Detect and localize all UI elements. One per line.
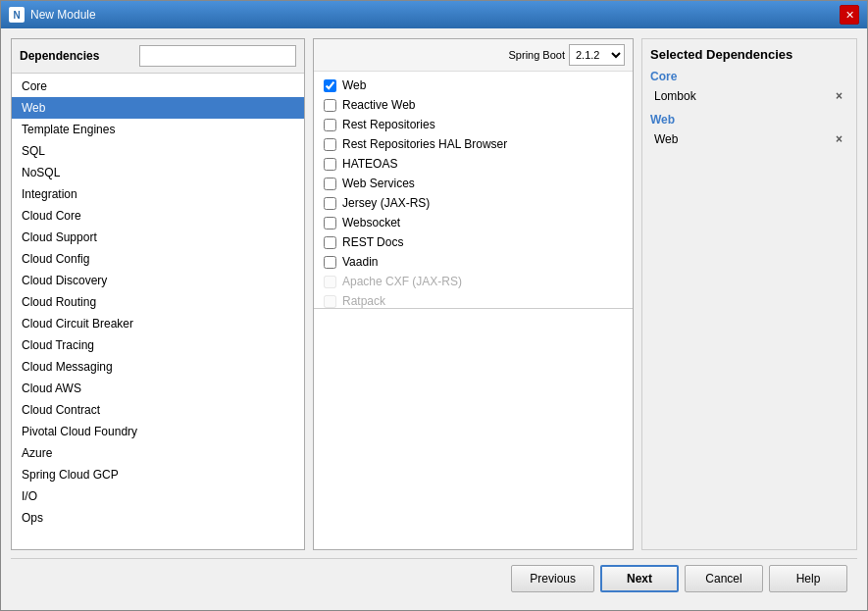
selected-dep-remove-button[interactable]: × [834,132,844,146]
dialog-icon: N [9,7,25,23]
option-label-vaadin: Vaadin [342,255,378,269]
option-label-jersey: Jersey (JAX-RS) [342,196,430,210]
middle-panel: Spring Boot 2.1.22.0.91.5.20 WebReactive… [313,38,634,550]
category-item-cloud-support[interactable]: Cloud Support [12,227,304,248]
option-label-rest-docs: REST Docs [342,235,403,249]
category-item-cloud-config[interactable]: Cloud Config [12,248,304,270]
spring-boot-row: Spring Boot 2.1.22.0.91.5.20 [314,39,633,72]
checkbox-apache-cxf [324,276,336,288]
selected-dep-remove-button[interactable]: × [834,89,844,103]
option-label-hateoas: HATEOAS [342,157,397,171]
checkbox-web[interactable] [324,79,336,92]
option-label-web-services: Web Services [342,177,415,190]
selected-group-label: Core [650,70,848,83]
selected-dep-label: Web [654,132,678,146]
next-button[interactable]: Next [600,565,679,592]
option-item-websocket[interactable]: Websocket [314,213,633,232]
option-item-web[interactable]: Web [314,76,633,95]
option-label-web: Web [342,78,366,92]
category-item-cloud-tracing[interactable]: Cloud Tracing [12,334,304,356]
cancel-button[interactable]: Cancel [685,565,763,592]
category-item-template-engines[interactable]: Template Engines [12,119,304,140]
title-bar-left: N New Module [9,7,96,23]
category-item-cloud-discovery[interactable]: Cloud Discovery [12,270,304,291]
option-item-rest-repositories[interactable]: Rest Repositories [314,115,633,134]
selected-dep-row: Lombok× [650,87,848,105]
option-label-apache-cxf: Apache CXF (JAX-RS) [342,275,462,288]
help-button[interactable]: Help [769,565,847,592]
checkbox-reactive-web[interactable] [324,99,336,112]
options-list: WebReactive WebRest RepositoriesRest Rep… [314,72,633,309]
option-label-ratpack: Ratpack [342,294,385,308]
category-item-nosql[interactable]: NoSQL [12,162,304,183]
checkbox-vaadin[interactable] [324,256,336,269]
option-item-web-services[interactable]: Web Services [314,174,633,193]
selected-group-web: WebWeb× [650,113,848,148]
category-item-cloud-aws[interactable]: Cloud AWS [12,378,304,399]
deps-label: Dependencies [20,49,99,63]
checkbox-websocket[interactable] [324,217,336,229]
new-module-dialog: N New Module ✕ Dependencies CoreWebTempl… [0,0,868,611]
checkbox-rest-repositories-hal[interactable] [324,138,336,151]
title-bar: N New Module ✕ [1,1,867,28]
previous-button[interactable]: Previous [511,565,594,592]
category-item-cloud-core[interactable]: Cloud Core [12,205,304,227]
dialog-title: New Module [30,8,96,22]
option-item-vaadin[interactable]: Vaadin [314,252,633,272]
selected-group-core: CoreLombok× [650,70,848,105]
category-item-sql[interactable]: SQL [12,140,304,162]
option-label-websocket: Websocket [342,216,400,229]
search-input[interactable] [139,45,296,67]
category-item-ops[interactable]: Ops [12,507,304,529]
selected-deps-groups: CoreLombok×WebWeb× [650,70,848,148]
main-area: Dependencies CoreWebTemplate EnginesSQLN… [11,38,857,550]
option-label-rest-repositories: Rest Repositories [342,118,435,131]
option-item-rest-repositories-hal[interactable]: Rest Repositories HAL Browser [314,134,633,154]
category-item-pivotal-cloud-foundry[interactable]: Pivotal Cloud Foundry [12,421,304,442]
checkbox-hateoas[interactable] [324,158,336,171]
category-item-cloud-routing[interactable]: Cloud Routing [12,291,304,313]
option-item-jersey[interactable]: Jersey (JAX-RS) [314,193,633,213]
footer: Previous Next Cancel Help [11,558,857,600]
category-item-azure[interactable]: Azure [12,442,304,464]
checkbox-rest-docs[interactable] [324,236,336,249]
dialog-content: Dependencies CoreWebTemplate EnginesSQLN… [1,28,867,610]
options-detail [314,309,633,549]
category-item-integration[interactable]: Integration [12,183,304,205]
selected-dep-row: Web× [650,130,848,148]
selected-deps-title: Selected Dependencies [650,47,848,62]
spring-boot-label: Spring Boot [509,49,565,61]
spring-boot-version-select[interactable]: 2.1.22.0.91.5.20 [569,44,625,66]
option-item-rest-docs[interactable]: REST Docs [314,232,633,252]
option-label-reactive-web: Reactive Web [342,98,415,112]
selected-dep-label: Lombok [654,89,696,103]
category-item-web[interactable]: Web [12,97,304,119]
category-item-spring-cloud-gcp[interactable]: Spring Cloud GCP [12,464,304,485]
checkbox-rest-repositories[interactable] [324,119,336,131]
category-item-core[interactable]: Core [12,76,304,97]
checkbox-web-services[interactable] [324,178,336,190]
category-item-cloud-contract[interactable]: Cloud Contract [12,399,304,421]
selected-deps-panel: Selected Dependencies CoreLombok×WebWeb× [641,38,857,550]
checkbox-jersey[interactable] [324,197,336,210]
category-item-cloud-messaging[interactable]: Cloud Messaging [12,356,304,378]
option-item-ratpack: Ratpack [314,291,633,309]
category-item-cloud-circuit-breaker[interactable]: Cloud Circuit Breaker [12,313,304,334]
category-list: CoreWebTemplate EnginesSQLNoSQLIntegrati… [12,74,304,549]
option-item-apache-cxf: Apache CXF (JAX-RS) [314,272,633,291]
left-panel: Dependencies CoreWebTemplate EnginesSQLN… [11,38,305,550]
close-button[interactable]: ✕ [840,5,859,25]
selected-group-label: Web [650,113,848,127]
checkbox-ratpack [324,295,336,308]
option-item-hateoas[interactable]: HATEOAS [314,154,633,174]
option-label-rest-repositories-hal: Rest Repositories HAL Browser [342,137,507,151]
deps-header: Dependencies [12,39,304,74]
option-item-reactive-web[interactable]: Reactive Web [314,95,633,115]
category-item-io[interactable]: I/O [12,485,304,507]
